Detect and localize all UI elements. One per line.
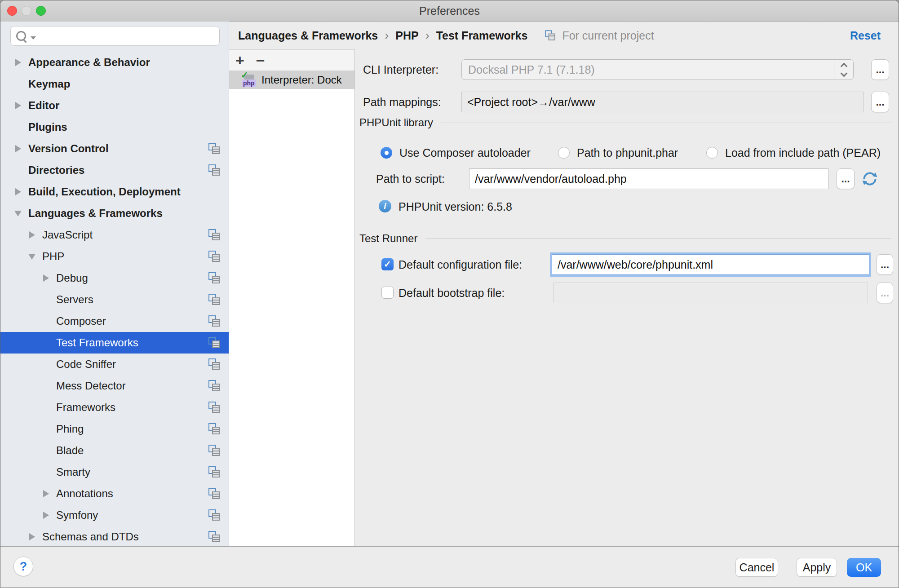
sidebar-item-servers[interactable]: Servers [0,289,229,310]
path-to-script-field[interactable] [469,168,828,189]
sidebar-item-languages-frameworks[interactable]: Languages & Frameworks [0,203,229,224]
preferences-window: Preferences Appearance & BehaviorKeymapE… [0,0,899,588]
sidebar-item-version-control[interactable]: Version Control [0,138,229,159]
breadcrumb-segment-php[interactable]: PHP [395,29,418,42]
triangle-right-icon[interactable] [41,274,51,282]
maximize-window-icon[interactable] [36,6,46,16]
help-button[interactable]: ? [13,557,33,576]
default-configuration-file-field[interactable] [552,254,869,275]
add-interpreter-button[interactable]: + [235,51,244,69]
sidebar-item-label: Version Control [28,142,109,155]
default-configuration-file-label: Default configuration file: [399,254,522,275]
sidebar-item-schemas-and-dtds[interactable]: Schemas and DTDs [0,526,229,547]
radio-option-label: Use Composer autoloader [399,146,531,159]
path-mappings-browse-button[interactable]: ... [871,92,889,112]
default-configuration-file-checkbox[interactable] [381,258,394,270]
triangle-down-icon[interactable] [27,254,37,260]
path-to-script-browse-button[interactable]: ... [837,168,855,189]
reset-link[interactable]: Reset [850,29,881,42]
radio-option-use-composer-autoloader[interactable]: Use Composer autoloader [381,141,531,164]
sidebar-item-label: Schemas and DTDs [42,531,139,543]
sidebar-item-javascript[interactable]: JavaScript [0,224,229,246]
sidebar-item-frameworks[interactable]: Frameworks [0,397,229,418]
close-window-icon[interactable] [7,6,17,16]
sidebar-item-label: Symfony [56,509,98,522]
per-project-settings-icon [208,466,221,478]
interpreter-list-item-label: Interpreter: Dock [261,74,342,86]
path-mappings-input[interactable] [462,92,864,112]
sidebar-item-composer[interactable]: Composer [0,310,229,332]
triangle-right-icon[interactable] [13,188,23,195]
radio-selected-icon[interactable] [381,147,392,159]
sidebar-item-debug[interactable]: Debug [0,267,229,289]
info-icon: i [379,200,391,212]
sidebar-item-editor[interactable]: Editor [0,95,229,116]
sidebar-item-keymap[interactable]: Keymap [0,73,229,95]
radio-option-path-to-phpunit-phar[interactable]: Path to phpunit.phar [558,141,678,164]
sidebar-item-mess-detector[interactable]: Mess Detector [0,375,229,397]
sidebar-item-php[interactable]: PHP [0,246,229,267]
window-title: Preferences [0,0,899,21]
triangle-right-icon[interactable] [41,512,51,519]
cancel-button[interactable]: Cancel [735,558,778,577]
sidebar-item-blade[interactable]: Blade [0,440,229,461]
interpreters-list-panel: + − ✓ php Interpreter: Dock [229,49,355,547]
per-project-settings-icon [208,315,221,327]
triangle-down-icon[interactable] [13,211,23,217]
triangle-right-icon[interactable] [41,490,51,497]
search-input[interactable] [36,27,219,44]
sidebar-item-test-frameworks[interactable]: Test Frameworks [0,332,229,354]
sidebar-item-annotations[interactable]: Annotations [0,483,229,504]
sidebar-item-appearance-behavior[interactable]: Appearance & Behavior [0,52,229,73]
per-project-settings-icon [208,294,221,306]
search-icon [16,31,26,41]
sidebar-item-label: Mess Detector [56,380,126,392]
sidebar-item-plugins[interactable]: Plugins [0,116,229,138]
search-options-caret-icon[interactable] [31,36,36,40]
radio-unselected-icon[interactable] [706,147,718,159]
sidebar-item-label: Smarty [56,466,90,478]
sidebar-item-symfony[interactable]: Symfony [0,504,229,526]
cli-interpreter-browse-button[interactable]: ... [871,59,889,80]
interpreter-list-item[interactable]: ✓ php Interpreter: Dock [229,71,354,89]
settings-search-box[interactable] [10,26,220,46]
breadcrumb-separator-icon: › [425,29,430,43]
radio-option-load-from-include-path-pear[interactable]: Load from include path (PEAR) [706,141,881,164]
test-frameworks-form: CLI Interpreter: Docksal PHP 7.1 (7.1.18… [355,49,899,547]
traffic-lights [7,6,46,16]
radio-unselected-icon[interactable] [558,147,570,159]
triangle-right-icon[interactable] [27,533,37,540]
breadcrumb-segment-test-frameworks[interactable]: Test Frameworks [436,29,528,42]
path-mappings-label: Path mappings: [363,92,441,112]
sidebar-item-phing[interactable]: Phing [0,418,229,440]
per-project-settings-icon [208,531,221,543]
triangle-right-icon[interactable] [13,102,23,109]
triangle-right-icon[interactable] [13,145,23,152]
cli-interpreter-combobox[interactable]: Docksal PHP 7.1 (7.1.18) [461,59,854,80]
breadcrumb-separator-icon: › [385,29,389,43]
sidebar-item-smarty[interactable]: Smarty [0,461,229,483]
breadcrumb-segment-languages-frameworks[interactable]: Languages & Frameworks [238,29,378,42]
apply-button[interactable]: Apply [797,558,837,577]
triangle-right-icon[interactable] [27,231,37,239]
per-project-settings-icon [208,272,221,284]
ok-button[interactable]: OK [847,558,881,577]
sidebar-item-build-execution-deployment[interactable]: Build, Execution, Deployment [0,181,229,203]
default-configuration-file-input[interactable] [552,255,869,274]
reload-phpunit-version-icon[interactable] [861,170,879,188]
path-to-script-input[interactable] [469,169,828,189]
sidebar-item-label: Appearance & Behavior [28,56,150,69]
sidebar-item-label: Composer [56,315,106,327]
main-panel: Languages & Frameworks › PHP › Test Fram… [229,22,899,547]
interpreters-toolbar: + − [229,50,354,71]
default-bootstrap-file-checkbox[interactable] [381,287,394,299]
path-mappings-field[interactable] [461,92,864,112]
section-divider [441,123,891,123]
triangle-right-icon[interactable] [13,59,23,66]
minimize-window-icon[interactable] [22,6,31,16]
sidebar-item-code-sniffer[interactable]: Code Sniffer [0,354,229,375]
default-configuration-file-browse-button[interactable]: ... [877,254,893,275]
sidebar-item-directories[interactable]: Directories [0,159,229,181]
combobox-stepper[interactable] [834,60,853,80]
remove-interpreter-button[interactable]: − [256,51,265,69]
